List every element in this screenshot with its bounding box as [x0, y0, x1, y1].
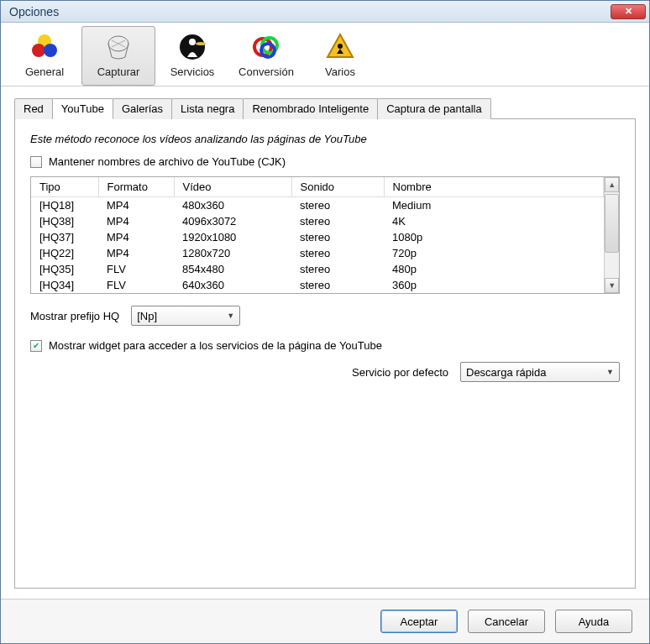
- tab-renombrado[interactable]: Renombrado Inteligente: [243, 98, 378, 119]
- table-row[interactable]: [HQ22]MP41280x720stereo720p: [31, 245, 604, 261]
- cell-sonido: stereo: [291, 245, 384, 261]
- col-sonido[interactable]: Sonido: [291, 177, 384, 197]
- svg-point-7: [189, 39, 196, 45]
- close-button[interactable]: ✕: [611, 4, 646, 19]
- col-formato[interactable]: Formato: [98, 177, 174, 197]
- tab-youtube[interactable]: YouTube: [52, 98, 113, 119]
- table-header-row: Tipo Formato Vídeo Sonido Nombre: [31, 177, 604, 197]
- accept-button[interactable]: Aceptar: [380, 610, 458, 633]
- tab-captura[interactable]: Captura de pantalla: [377, 98, 490, 119]
- cancel-button[interactable]: Cancelar: [468, 610, 545, 633]
- default-service-value: Descarga rápida: [466, 366, 546, 379]
- widget-label: Mostrar widget para acceder a los servic…: [49, 339, 382, 352]
- cell-nombre: 720p: [384, 245, 604, 261]
- cell-tipo: [HQ34]: [31, 277, 98, 293]
- net-icon: [103, 32, 134, 62]
- youtube-description: Este método reconoce los vídeos analizan…: [30, 133, 620, 145]
- default-service-combo[interactable]: Descarga rápida ▼: [460, 362, 620, 382]
- content: Red YouTube Galerías Lista negra Renombr…: [1, 86, 649, 599]
- tab-lista-negra[interactable]: Lista negra: [171, 98, 244, 119]
- toolbar-varios[interactable]: Varios: [303, 26, 377, 86]
- table-row[interactable]: [HQ18]MP4480x360stereoMedium: [31, 197, 604, 214]
- table-row[interactable]: [HQ37]MP41920x1080stereo1080p: [31, 229, 604, 245]
- tab-strip: Red YouTube Galerías Lista negra Renombr…: [14, 98, 636, 119]
- toolbar-capturar[interactable]: Capturar: [81, 26, 155, 86]
- button-bar: Aceptar Cancelar Ayuda: [1, 599, 649, 643]
- col-video[interactable]: Vídeo: [174, 177, 291, 197]
- tab-body-youtube: Este método reconoce los vídeos analizan…: [14, 119, 636, 589]
- scroll-down-icon[interactable]: ▼: [605, 278, 619, 293]
- cell-formato: MP4: [98, 197, 174, 214]
- toolbar-general[interactable]: General: [8, 26, 81, 86]
- default-service-label: Servicio por defecto: [352, 366, 448, 379]
- tab-galerias[interactable]: Galerías: [113, 98, 172, 119]
- cell-nombre: Medium: [384, 197, 604, 214]
- col-tipo[interactable]: Tipo: [31, 177, 98, 197]
- cell-formato: MP4: [98, 213, 174, 229]
- toolbar-label: Varios: [307, 65, 373, 78]
- chevron-down-icon: ▼: [227, 312, 234, 320]
- cell-sonido: stereo: [291, 229, 384, 245]
- cell-tipo: [HQ18]: [31, 197, 98, 214]
- svg-point-1: [32, 44, 45, 57]
- col-nombre[interactable]: Nombre: [384, 177, 604, 197]
- toolbar-label: Capturar: [86, 65, 151, 78]
- cell-video: 640x360: [174, 277, 291, 293]
- toolbar-label: Servicios: [160, 65, 225, 78]
- rings-icon: [251, 32, 281, 62]
- cell-video: 1280x720: [174, 245, 291, 261]
- cell-video: 1920x1080: [174, 229, 291, 245]
- cell-formato: MP4: [98, 229, 174, 245]
- prefix-combo[interactable]: [Np] ▼: [131, 306, 240, 326]
- cell-formato: FLV: [98, 261, 174, 277]
- table-scrollbar[interactable]: ▲ ▼: [604, 177, 619, 293]
- help-label: Ayuda: [579, 615, 610, 628]
- cell-formato: MP4: [98, 245, 174, 261]
- titlebar: Opciones ✕: [1, 1, 649, 23]
- table-row[interactable]: [HQ38]MP44096x3072stereo4K: [31, 213, 604, 229]
- window-title: Opciones: [9, 5, 59, 18]
- toolbar-label: Conversión: [233, 65, 299, 78]
- construction-icon: [325, 32, 355, 62]
- chevron-down-icon: ▼: [606, 368, 614, 376]
- scroll-up-icon[interactable]: ▲: [605, 177, 619, 192]
- cell-formato: FLV: [98, 277, 174, 293]
- cell-tipo: [HQ38]: [31, 213, 98, 229]
- scroll-track[interactable]: [605, 253, 619, 278]
- cell-video: 480x360: [174, 197, 291, 214]
- spheres-icon: [29, 32, 60, 62]
- formats-table: Tipo Formato Vídeo Sonido Nombre [HQ18]M…: [30, 176, 620, 294]
- svg-point-2: [44, 44, 57, 57]
- toolbar: General Capturar Servicios Conversión Va…: [1, 23, 649, 86]
- keep-names-row: Mantener nombres de archivo de YouTube (…: [30, 155, 620, 168]
- default-service-row: Servicio por defecto Descarga rápida ▼: [30, 362, 620, 382]
- svg-point-12: [338, 44, 343, 49]
- svg-point-8: [196, 42, 206, 45]
- cell-nombre: 360p: [384, 277, 604, 293]
- table-row[interactable]: [HQ35]FLV854x480stereo480p: [31, 261, 604, 277]
- cell-sonido: stereo: [291, 277, 384, 293]
- toolbar-servicios[interactable]: Servicios: [155, 26, 229, 86]
- widget-row: ✔ Mostrar widget para acceder a los serv…: [30, 339, 620, 352]
- cell-tipo: [HQ22]: [31, 245, 98, 261]
- cell-nombre: 480p: [384, 261, 604, 277]
- help-button[interactable]: Ayuda: [555, 610, 632, 633]
- scroll-thumb[interactable]: [605, 194, 619, 253]
- options-window: Opciones ✕ General Capturar Servicios: [0, 0, 650, 644]
- cell-sonido: stereo: [291, 197, 384, 214]
- tab-red[interactable]: Red: [14, 98, 53, 119]
- cell-sonido: stereo: [291, 213, 384, 229]
- close-icon: ✕: [625, 6, 632, 17]
- prefix-row: Mostrar prefijo HQ [Np] ▼: [30, 306, 620, 326]
- toolbar-conversion[interactable]: Conversión: [229, 26, 303, 86]
- cell-tipo: [HQ35]: [31, 261, 98, 277]
- accept-label: Aceptar: [401, 615, 438, 628]
- keep-names-checkbox[interactable]: [30, 156, 42, 168]
- cell-sonido: stereo: [291, 261, 384, 277]
- cell-nombre: 1080p: [384, 229, 604, 245]
- cancel-label: Cancelar: [485, 615, 528, 628]
- widget-checkbox[interactable]: ✔: [30, 340, 42, 352]
- keep-names-label: Mantener nombres de archivo de YouTube (…: [49, 155, 286, 168]
- table-row[interactable]: [HQ34]FLV640x360stereo360p: [31, 277, 604, 293]
- cell-video: 4096x3072: [174, 213, 291, 229]
